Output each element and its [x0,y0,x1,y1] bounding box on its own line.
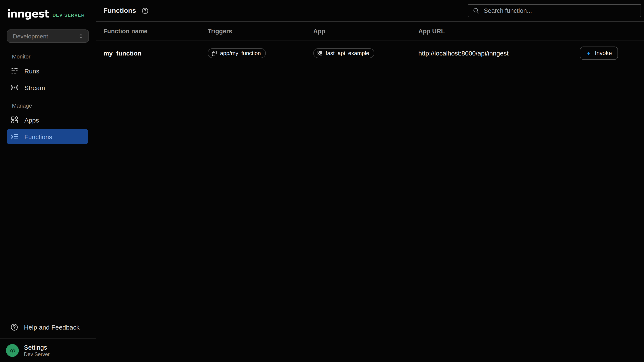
stream-icon [10,83,19,92]
settings-subtitle: Dev Server [24,351,50,357]
apps-icon [10,116,19,124]
trigger-badge-label: app/my_function [220,50,261,56]
sidebar-item-label: Runs [24,67,39,74]
sidebar-item-stream[interactable]: Stream [7,80,88,95]
bolt-icon [586,50,592,56]
help-and-feedback-button[interactable]: Help and Feedback [7,319,89,335]
help-icon [10,323,18,331]
sidebar-item-label: Functions [24,133,52,140]
invoke-button[interactable]: Invoke [580,46,618,60]
app-grid-icon [317,50,323,56]
search-function-input[interactable] [483,7,636,14]
settings-texts: Settings Dev Server [24,344,50,357]
table-header: Function name Triggers App App URL [96,22,644,41]
app-url: http://localhost:8000/api/inngest [418,49,580,57]
section-label-monitor: Monitor [0,47,96,62]
column-app: App [313,28,418,35]
sidebar: inngest DEV SERVER Development Monitor R… [0,0,96,362]
dev-server-badge: DEV SERVER [52,12,85,17]
search-icon [473,7,480,14]
code-icon [8,347,16,355]
settings-button[interactable]: Settings Dev Server [0,339,96,362]
app-window: inngest DEV SERVER Development Monitor R… [0,0,644,362]
unfold-icon [78,33,84,39]
sidebar-item-label: Apps [24,116,39,124]
invoke-button-label: Invoke [595,50,612,56]
event-icon [212,50,217,56]
sidebar-item-functions[interactable]: Functions [7,129,88,144]
column-function-name: Function name [104,28,208,35]
app-cell: fast_api_example [313,48,418,58]
dev-server-avatar [6,344,19,357]
sidebar-item-label: Stream [24,84,45,91]
search-function-box [468,4,641,17]
section-label-manage: Manage [0,96,96,111]
environment-selector[interactable]: Development [7,29,89,43]
settings-title: Settings [24,344,50,351]
logo-text: inngest [7,8,49,19]
functions-icon [10,132,19,141]
runs-icon [10,67,19,75]
sidebar-item-apps[interactable]: Apps [7,112,88,128]
page-help-icon[interactable] [142,7,149,14]
triggers-cell: app/my_function [208,48,313,58]
table-row[interactable]: my_function app/my_function [96,41,644,65]
trigger-badge: app/my_function [208,48,266,58]
help-and-feedback-label: Help and Feedback [24,323,80,331]
sidebar-spacer [0,146,96,319]
app-badge: fast_api_example [313,48,374,58]
main-content: Functions Function name [96,0,644,362]
topbar: Functions [96,0,644,22]
environment-selector-value: Development [13,33,48,39]
actions-cell: Invoke [580,46,644,60]
column-triggers: Triggers [208,28,313,35]
sidebar-item-runs[interactable]: Runs [7,63,88,79]
app-badge-label: fast_api_example [326,50,369,56]
logo: inngest DEV SERVER [0,0,96,19]
function-name: my_function [104,49,208,57]
column-app-url: App URL [418,28,580,35]
sidebar-nav: Monitor Runs Stream Manage [0,47,96,146]
page-title: Functions [104,7,136,14]
